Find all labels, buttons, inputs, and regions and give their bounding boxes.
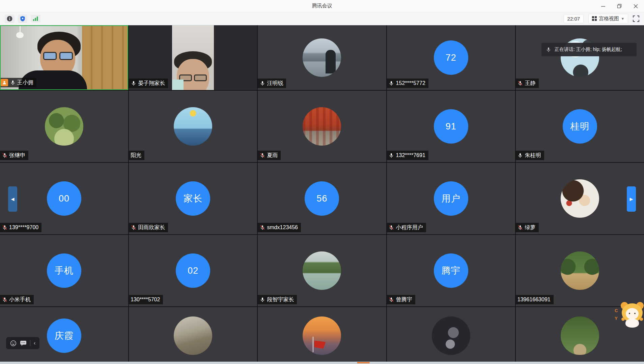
sticker-eye <box>634 313 636 314</box>
participant-label: 朱桂明 <box>516 151 544 160</box>
participant-tile[interactable]: 王静 <box>516 25 644 90</box>
participant-label: 汪明锐 <box>258 79 286 88</box>
layout-view-label: 宫格视图 <box>599 16 619 22</box>
participant-tile[interactable]: 00139****9700 <box>0 163 128 234</box>
participant-tile[interactable]: 晏子翔家长 <box>129 25 257 90</box>
active-speaker-banner: 正在讲话: 王小拥; hlp; 扬帆起航; <box>541 43 637 56</box>
participant-name: 132****7691 <box>396 152 425 158</box>
park-avatar <box>45 107 83 146</box>
initials-circle: 桂明 <box>563 109 597 144</box>
participant-tile[interactable]: 王小拥 <box>0 25 128 90</box>
participant-name: 曾腾宇 <box>396 296 412 303</box>
participant-grid: 王小拥晏子翔家长汪明锐72152****5772王静张继申阳光夏雨91132**… <box>0 25 644 364</box>
sea-morning-avatar <box>174 107 212 146</box>
mic-icon <box>389 153 394 158</box>
participant-tile[interactable]: 02130****5702 <box>129 235 257 306</box>
initials-text: 腾宇 <box>442 265 460 277</box>
participant-name: 段智宇家长 <box>267 296 294 303</box>
participant-tile[interactable]: 72152****5772 <box>387 25 515 90</box>
forest-person-avatar <box>561 316 599 355</box>
participant-label: 田雨欣家长 <box>129 223 168 232</box>
participant-label: 小米手机 <box>0 295 34 304</box>
participant-name: 139****9700 <box>9 224 38 231</box>
portrait-video-decor <box>172 25 214 90</box>
participant-label: 张继申 <box>0 151 28 160</box>
next-page-arrow[interactable]: ▶ <box>627 186 636 212</box>
mic-muted-icon <box>259 225 265 231</box>
mic-icon <box>389 81 394 86</box>
sticker-letter: Y <box>615 316 618 321</box>
initials-circle: 91 <box>434 109 468 144</box>
participant-name: 13961663091 <box>517 297 551 303</box>
video-person-decor <box>172 80 184 90</box>
toolbar-right: 22:07 宫格视图 ▼ <box>564 14 639 24</box>
participant-tile[interactable]: 张继申 <box>0 91 128 162</box>
participant-tile[interactable]: 91132****7691 <box>387 91 515 162</box>
participant-tile[interactable] <box>258 307 386 364</box>
mic-muted-icon <box>517 81 523 86</box>
collapse-chevron-icon[interactable]: ‹ <box>34 340 35 346</box>
participant-tile[interactable]: 段智宇家长 <box>258 235 386 306</box>
participant-tile[interactable]: 夏雨 <box>258 91 386 162</box>
reaction-bar: ‹ <box>6 337 39 349</box>
participant-tile[interactable] <box>129 307 257 364</box>
participant-tile[interactable]: 用户小程序用户 <box>387 163 515 234</box>
participant-name: 绿萝 <box>525 224 536 231</box>
initials-circle: 手机 <box>47 253 81 288</box>
mic-muted-icon <box>259 153 265 158</box>
participant-tile[interactable]: 13961663091 <box>516 235 644 306</box>
initials-circle: 庆霞 <box>47 318 81 353</box>
participant-tile[interactable]: 腾宇曾腾宇 <box>387 235 515 306</box>
mic-icon <box>10 80 16 86</box>
participant-name: 王静 <box>525 80 536 87</box>
initials-circle: 56 <box>305 181 339 216</box>
fullscreen-icon[interactable] <box>633 16 639 22</box>
initials-text: 02 <box>188 266 198 276</box>
participant-label: smdx123456 <box>258 223 301 232</box>
participant-tile[interactable]: 绿萝 <box>516 163 644 234</box>
participant-tile[interactable]: 56smdx123456 <box>258 163 386 234</box>
participant-label: 段智宇家长 <box>258 295 297 304</box>
chat-icon[interactable] <box>20 340 27 346</box>
initials-circle: 00 <box>47 181 81 216</box>
participant-tile[interactable]: 庆霞 <box>0 307 128 364</box>
participant-tile[interactable] <box>387 307 515 364</box>
participant-tile[interactable]: 阳光 <box>129 91 257 162</box>
sticker-arm <box>621 317 625 321</box>
autumn-avatar <box>303 107 341 146</box>
mic-muted-icon <box>517 225 523 231</box>
participant-tile[interactable]: 手机小米手机 <box>0 235 128 306</box>
participant-tile[interactable]: 汪明锐 <box>258 25 386 90</box>
video-person-decor <box>42 52 74 61</box>
bottom-edge-strip <box>0 362 644 364</box>
emoji-reaction-icon[interactable] <box>10 340 17 346</box>
sticker-body <box>625 319 639 328</box>
window-title: 腾讯会议 <box>312 3 332 9</box>
window-controls <box>599 0 639 12</box>
participant-name: 汪明锐 <box>267 80 283 87</box>
previous-page-arrow[interactable]: ◀ <box>8 186 17 212</box>
close-icon[interactable] <box>632 2 639 10</box>
participant-tile[interactable]: 家长田雨欣家长 <box>129 163 257 234</box>
initials-circle: 家长 <box>176 181 210 216</box>
mic-icon <box>545 47 551 53</box>
layout-view-button[interactable]: 宫格视图 ▼ <box>588 14 628 24</box>
participant-label: 152****5772 <box>387 79 428 88</box>
participant-name: 小米手机 <box>9 296 31 303</box>
security-shield-icon[interactable] <box>18 14 27 23</box>
participant-label: 曾腾宇 <box>387 295 415 304</box>
network-signal-icon[interactable] <box>31 15 40 23</box>
restore-icon[interactable] <box>616 2 623 10</box>
participant-name: 王小拥 <box>17 79 33 86</box>
initials-text: 手机 <box>55 265 74 277</box>
initials-text: 91 <box>446 121 456 132</box>
meeting-toolbar: 22:07 宫格视图 ▼ <box>0 12 644 25</box>
meeting-info-icon[interactable] <box>5 14 15 23</box>
participant-tile[interactable]: 桂明朱桂明 <box>516 91 644 162</box>
initials-text: 家长 <box>184 192 202 205</box>
participant-label: 绿萝 <box>516 223 539 232</box>
minimize-icon[interactable] <box>599 2 607 10</box>
participant-label: 13961663091 <box>516 295 554 304</box>
mic-muted-icon <box>389 225 394 231</box>
forest-path-avatar <box>561 251 599 290</box>
